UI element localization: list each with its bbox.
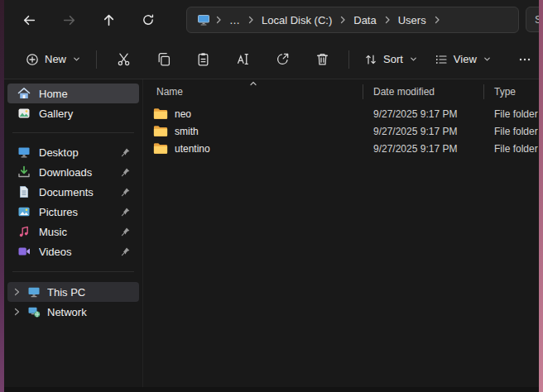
chevron-right-icon[interactable] xyxy=(12,288,21,296)
file-date-modified: 9/27/2025 9:17 PM xyxy=(363,108,484,120)
file-row-smith[interactable]: smith 9/27/2025 9:17 PM File folder xyxy=(143,122,539,140)
sidebar-item-gallery[interactable]: Gallery xyxy=(7,103,139,123)
home-icon xyxy=(17,87,31,100)
file-type: File folder xyxy=(484,143,539,155)
refresh-button[interactable] xyxy=(135,7,161,33)
navigation-bar: … Local Disk (C:) Data Users Se xyxy=(4,0,539,40)
copy-button[interactable] xyxy=(148,46,178,73)
sidebar-item-label: Downloads xyxy=(39,166,113,179)
new-plus-icon xyxy=(26,53,39,66)
paste-icon xyxy=(196,52,210,66)
file-rows: neo 9/27/2025 9:17 PM File folder smith … xyxy=(143,105,539,157)
sort-button[interactable]: Sort xyxy=(356,46,426,73)
column-headers: Name Date modified Type xyxy=(143,81,539,103)
sidebar-divider xyxy=(12,132,134,133)
navigation-pane: Home Gallery Desktop xyxy=(4,79,142,387)
sidebar-item-label: Desktop xyxy=(39,146,113,159)
file-name: utentino xyxy=(175,143,210,155)
chevron-down-icon xyxy=(483,55,492,64)
forward-button[interactable] xyxy=(55,7,82,33)
column-header-name[interactable]: Name xyxy=(143,86,363,98)
this-pc-icon xyxy=(27,285,41,299)
file-date-modified: 9/27/2025 9:17 PM xyxy=(363,126,484,137)
breadcrumb-ellipsis[interactable]: … xyxy=(223,10,246,30)
breadcrumb-chevron-icon xyxy=(432,16,442,24)
folder-icon xyxy=(153,108,168,120)
network-icon xyxy=(27,305,41,318)
rename-button[interactable] xyxy=(228,46,257,73)
sidebar-item-label: Music xyxy=(39,226,113,238)
desktop-icon xyxy=(17,146,31,159)
more-options-button[interactable] xyxy=(510,46,539,73)
file-list-pane: Name Date modified Type neo 9/27/2025 9:… xyxy=(142,79,539,387)
refresh-icon xyxy=(142,13,155,26)
sidebar-item-label: Pictures xyxy=(39,206,113,218)
downloads-icon xyxy=(17,165,31,179)
back-button[interactable] xyxy=(16,7,42,33)
sidebar-item-this-pc[interactable]: This PC xyxy=(7,282,139,302)
sidebar-item-network[interactable]: Network xyxy=(7,302,139,322)
breadcrumb-segment-local-disk[interactable]: Local Disk (C:) xyxy=(256,10,338,30)
sidebar-item-music[interactable]: Music xyxy=(7,222,139,241)
search-input[interactable]: Se xyxy=(526,7,539,32)
breadcrumb-chevron-icon xyxy=(338,16,348,24)
cut-icon xyxy=(117,52,131,66)
sidebar-item-label: Documents xyxy=(39,186,113,198)
sidebar-item-desktop[interactable]: Desktop xyxy=(7,142,139,162)
sidebar-item-label: This PC xyxy=(47,286,132,299)
cut-button[interactable] xyxy=(108,46,138,73)
column-header-date-modified[interactable]: Date modified xyxy=(363,86,484,98)
sidebar-item-label: Home xyxy=(39,88,132,100)
sidebar-divider xyxy=(12,271,134,272)
pin-icon xyxy=(121,227,131,237)
pictures-icon xyxy=(17,205,31,218)
file-date-modified: 9/27/2025 9:17 PM xyxy=(363,143,484,155)
command-toolbar: New Sort View xyxy=(4,40,539,79)
desktop-edge-right xyxy=(539,0,543,392)
content-area: Home Gallery Desktop xyxy=(4,79,539,387)
breadcrumb-segment-users[interactable]: Users xyxy=(392,10,432,30)
sidebar-item-videos[interactable]: Videos xyxy=(7,241,139,261)
file-row-utentino[interactable]: utentino 9/27/2025 9:17 PM File folder xyxy=(143,140,539,157)
paste-button[interactable] xyxy=(188,46,218,73)
sidebar-item-documents[interactable]: Documents xyxy=(7,182,139,202)
chevron-right-icon[interactable] xyxy=(12,308,21,316)
breadcrumb-segment-data[interactable]: Data xyxy=(348,10,382,30)
breadcrumb-chevron-icon xyxy=(382,16,392,24)
share-icon xyxy=(276,52,290,66)
sidebar-item-home[interactable]: Home xyxy=(7,84,139,103)
this-pc-icon xyxy=(192,13,214,26)
up-button[interactable] xyxy=(95,7,122,33)
sort-button-label: Sort xyxy=(383,53,403,65)
delete-icon xyxy=(315,52,329,66)
toolbar-separator xyxy=(348,50,349,69)
share-button[interactable] xyxy=(267,46,297,73)
sort-ascending-icon xyxy=(249,80,257,87)
column-resize-handle[interactable] xyxy=(483,84,484,99)
more-options-icon xyxy=(518,53,531,66)
file-row-neo[interactable]: neo 9/27/2025 9:17 PM File folder xyxy=(143,105,539,122)
folder-icon xyxy=(153,125,168,137)
forward-icon xyxy=(62,13,76,27)
view-button[interactable]: View xyxy=(426,46,500,73)
up-icon xyxy=(102,13,116,27)
search-text: Se xyxy=(535,13,539,26)
pin-icon xyxy=(121,167,131,177)
file-explorer-window: … Local Disk (C:) Data Users Se New xyxy=(4,0,539,387)
delete-button[interactable] xyxy=(307,46,337,73)
desktop-edge-bottom xyxy=(4,387,539,392)
sidebar-item-downloads[interactable]: Downloads xyxy=(7,162,139,182)
sidebar-item-pictures[interactable]: Pictures xyxy=(7,202,139,222)
address-bar[interactable]: … Local Disk (C:) Data Users xyxy=(186,7,519,33)
rename-icon xyxy=(236,52,250,66)
view-icon xyxy=(435,53,448,66)
pin-icon xyxy=(121,207,131,217)
file-type: File folder xyxy=(484,126,539,137)
pin-icon xyxy=(121,246,131,256)
new-button[interactable]: New xyxy=(17,46,89,73)
sidebar-item-label: Network xyxy=(47,306,132,318)
sidebar-item-label: Gallery xyxy=(39,108,132,120)
column-header-type[interactable]: Type xyxy=(484,86,539,98)
column-resize-handle[interactable] xyxy=(363,84,363,99)
breadcrumb-chevron-icon xyxy=(246,16,256,24)
